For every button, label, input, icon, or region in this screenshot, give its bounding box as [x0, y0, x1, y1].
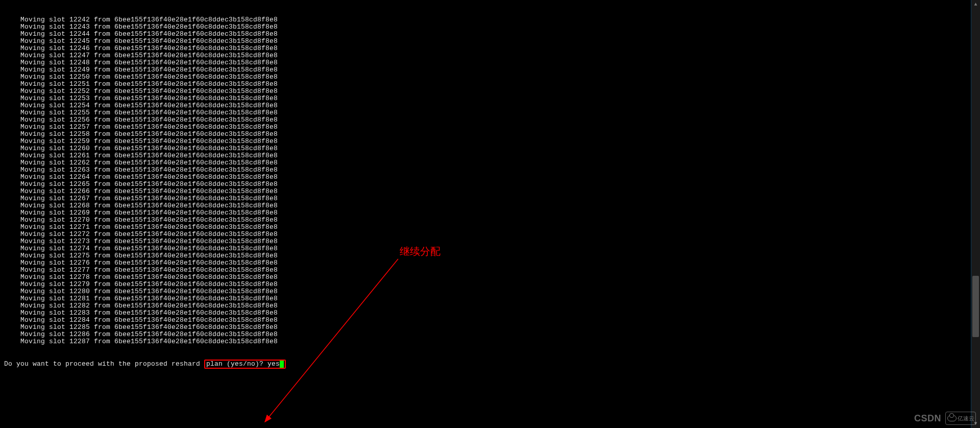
- log-line: Moving slot 12276 from 6bee155f136f40e28…: [4, 259, 980, 267]
- log-line: Moving slot 12249 from 6bee155f136f40e28…: [4, 66, 980, 74]
- scrollbar-down-button[interactable]: ▼: [971, 419, 980, 428]
- log-line: Moving slot 12248 from 6bee155f136f40e28…: [4, 59, 980, 66]
- log-line: Moving slot 12277 from 6bee155f136f40e28…: [4, 267, 980, 274]
- log-line: Moving slot 12284 from 6bee155f136f40e28…: [4, 317, 980, 324]
- log-line: Moving slot 12243 from 6bee155f136f40e28…: [4, 23, 980, 31]
- log-line: Moving slot 12278 from 6bee155f136f40e28…: [4, 274, 980, 281]
- scrollbar-up-button[interactable]: ▲: [971, 0, 980, 9]
- log-line: Moving slot 12286 from 6bee155f136f40e28…: [4, 331, 980, 338]
- log-line: Moving slot 12260 from 6bee155f136f40e28…: [4, 145, 980, 152]
- log-line: Moving slot 12259 from 6bee155f136f40e28…: [4, 138, 980, 145]
- log-line: Moving slot 12287 from 6bee155f136f40e28…: [4, 338, 980, 345]
- prompt-highlight-box: plan (yes/no)? yes: [204, 360, 286, 369]
- log-line: Moving slot 12253 from 6bee155f136f40e28…: [4, 95, 980, 102]
- log-line: Moving slot 12282 from 6bee155f136f40e28…: [4, 302, 980, 310]
- log-line: Moving slot 12272 from 6bee155f136f40e28…: [4, 231, 980, 238]
- log-line: Moving slot 12271 from 6bee155f136f40e28…: [4, 224, 980, 231]
- log-line: Moving slot 12268 from 6bee155f136f40e28…: [4, 202, 980, 209]
- prompt-boxed-text: plan (yes/no)? yes: [206, 360, 280, 368]
- log-line: Moving slot 12250 from 6bee155f136f40e28…: [4, 74, 980, 81]
- log-line: Moving slot 12280 from 6bee155f136f40e28…: [4, 288, 980, 295]
- log-line: Moving slot 12269 from 6bee155f136f40e28…: [4, 209, 980, 217]
- log-line: Moving slot 12263 from 6bee155f136f40e28…: [4, 167, 980, 174]
- log-line: Moving slot 12274 from 6bee155f136f40e28…: [4, 245, 980, 252]
- log-line: Moving slot 12267 from 6bee155f136f40e28…: [4, 195, 980, 202]
- log-line: Moving slot 12275 from 6bee155f136f40e28…: [4, 252, 980, 259]
- log-line: Moving slot 12255 from 6bee155f136f40e28…: [4, 109, 980, 116]
- log-line: Moving slot 12257 from 6bee155f136f40e28…: [4, 124, 980, 131]
- log-line: Moving slot 12247 from 6bee155f136f40e28…: [4, 52, 980, 59]
- prompt-text-before: Do you want to proceed with the proposed…: [4, 360, 204, 368]
- log-line: Moving slot 12246 from 6bee155f136f40e28…: [4, 45, 980, 52]
- scrollbar-track[interactable]: ▲ ▼: [971, 0, 980, 428]
- log-line: Moving slot 12245 from 6bee155f136f40e28…: [4, 38, 980, 45]
- log-line: Moving slot 12261 from 6bee155f136f40e28…: [4, 152, 980, 159]
- reshard-prompt-line: Do you want to proceed with the proposed…: [4, 360, 980, 369]
- log-line: Moving slot 12251 from 6bee155f136f40e28…: [4, 81, 980, 88]
- log-lines: Moving slot 12242 from 6bee155f136f40e28…: [4, 16, 980, 345]
- log-line: Moving slot 12256 from 6bee155f136f40e28…: [4, 116, 980, 124]
- log-line: Moving slot 12264 from 6bee155f136f40e28…: [4, 174, 980, 181]
- log-line: Moving slot 12265 from 6bee155f136f40e28…: [4, 181, 980, 188]
- log-line: Moving slot 12266 from 6bee155f136f40e28…: [4, 188, 980, 195]
- log-line: Moving slot 12270 from 6bee155f136f40e28…: [4, 217, 980, 224]
- log-line: Moving slot 12279 from 6bee155f136f40e28…: [4, 281, 980, 288]
- log-line: Moving slot 12285 from 6bee155f136f40e28…: [4, 324, 980, 331]
- log-line: Moving slot 12273 from 6bee155f136f40e28…: [4, 238, 980, 245]
- log-line: Moving slot 12254 from 6bee155f136f40e28…: [4, 102, 980, 109]
- log-line: Moving slot 12283 from 6bee155f136f40e28…: [4, 310, 980, 317]
- log-line: Moving slot 12244 from 6bee155f136f40e28…: [4, 31, 980, 38]
- scrollbar-thumb[interactable]: [972, 276, 979, 337]
- terminal-cursor: [280, 361, 284, 368]
- terminal-output[interactable]: Moving slot 12242 from 6bee155f136f40e28…: [0, 0, 980, 428]
- log-line: Moving slot 12242 from 6bee155f136f40e28…: [4, 16, 980, 23]
- log-line: Moving slot 12262 from 6bee155f136f40e28…: [4, 159, 980, 167]
- log-line: Moving slot 12258 from 6bee155f136f40e28…: [4, 131, 980, 138]
- log-line: Moving slot 12281 from 6bee155f136f40e28…: [4, 295, 980, 302]
- log-line: Moving slot 12252 from 6bee155f136f40e28…: [4, 88, 980, 95]
